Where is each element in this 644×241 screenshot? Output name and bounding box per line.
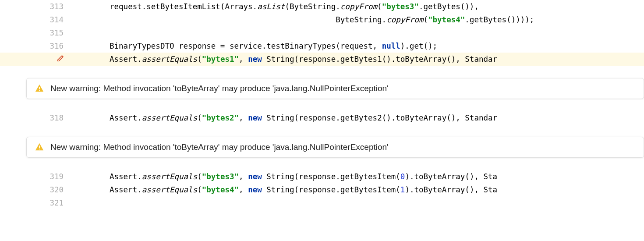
line-number: 315: [0, 26, 72, 39]
code-content: Assert.assertEquals("bytes2", new String…: [110, 111, 497, 124]
svg-rect-1: [39, 90, 40, 91]
code-content: request.setBytesItemList(Arrays.asList(B…: [110, 0, 479, 13]
warning-text: New warning: Method invocation 'toByteAr…: [50, 84, 389, 93]
code-content: Assert.assertEquals("bytes3", new String…: [110, 170, 497, 183]
line-number: 314: [0, 13, 72, 26]
warning-icon: [35, 84, 44, 93]
line-number: 319: [0, 170, 72, 183]
code-content: Assert.assertEquals("bytes1", new String…: [110, 53, 497, 66]
gutter-edit-indicator[interactable]: [0, 53, 72, 66]
svg-rect-2: [39, 145, 40, 148]
warning-text: New warning: Method invocation 'toByteAr…: [50, 142, 389, 152]
line-number: 316: [0, 39, 72, 53]
code-viewer: 313 request.setBytesItemList(Arrays.asLi…: [0, 0, 644, 209]
svg-rect-0: [39, 87, 40, 89]
pencil-icon: [57, 55, 64, 64]
code-line[interactable]: 314 ByteString.copyFrom("bytes4".getByte…: [0, 13, 644, 26]
code-line[interactable]: 316 BinaryTypesDTO response = service.te…: [0, 39, 644, 53]
code-line-edited[interactable]: Assert.assertEquals("bytes1", new String…: [0, 53, 644, 66]
code-line[interactable]: 321: [0, 196, 644, 209]
warning-box[interactable]: New warning: Method invocation 'toByteAr…: [26, 78, 644, 99]
code-line[interactable]: 320 Assert.assertEquals("bytes4", new St…: [0, 183, 644, 196]
warning-box[interactable]: New warning: Method invocation 'toByteAr…: [26, 137, 644, 158]
line-number: 321: [0, 196, 72, 209]
svg-rect-3: [39, 149, 40, 149]
code-line[interactable]: 315: [0, 26, 644, 39]
code-content: ByteString.copyFrom("bytes4".getBytes())…: [110, 13, 534, 26]
code-line[interactable]: 318 Assert.assertEquals("bytes2", new St…: [0, 111, 644, 124]
code-line[interactable]: 313 request.setBytesItemList(Arrays.asLi…: [0, 0, 644, 13]
code-line[interactable]: 319 Assert.assertEquals("bytes3", new St…: [0, 170, 644, 183]
code-content: BinaryTypesDTO response = service.testBi…: [110, 39, 437, 53]
line-number: 313: [0, 0, 72, 13]
line-number: 318: [0, 111, 72, 124]
warning-icon: [35, 142, 44, 152]
code-content: Assert.assertEquals("bytes4", new String…: [110, 183, 497, 196]
line-number: 320: [0, 183, 72, 196]
